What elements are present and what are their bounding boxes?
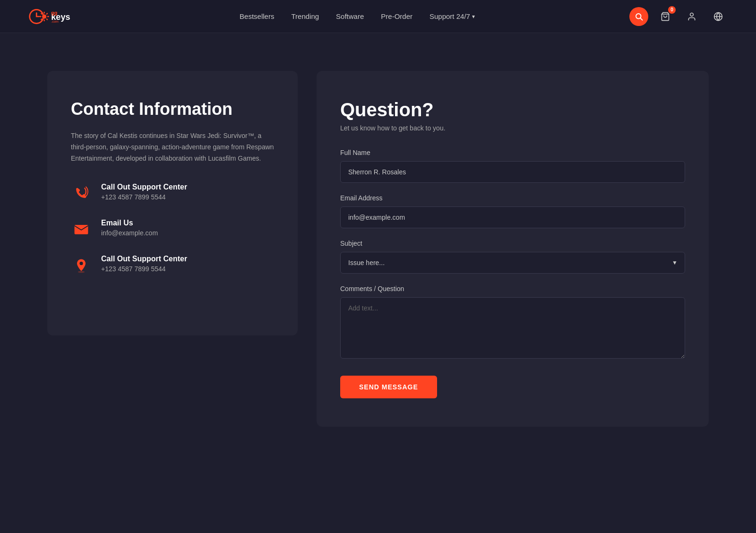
svg-text:gg: gg (51, 10, 57, 16)
email-label: Email Address (340, 194, 685, 202)
form-card: Question? Let us know how to get back to… (317, 71, 709, 427)
email-input[interactable] (340, 206, 685, 228)
search-button[interactable] (629, 7, 648, 26)
nav-bestsellers[interactable]: Bestsellers (240, 12, 274, 20)
contact-location-item: Call Out Support Center +123 4587 7899 5… (71, 255, 274, 275)
contact-phone-title: Call Out Support Center (101, 183, 187, 191)
contact-description: The story of Cal Kestis continues in Sta… (71, 130, 274, 164)
subject-label: Subject (340, 240, 685, 247)
nav-trending[interactable]: Trending (291, 12, 319, 20)
email-group: Email Address (340, 194, 685, 228)
chevron-down-icon: ▾ (472, 13, 475, 20)
contact-location-details: Call Out Support Center +123 4587 7899 5… (101, 255, 187, 273)
nav-software[interactable]: Software (336, 12, 364, 20)
contact-email-detail: info@example.com (101, 229, 158, 237)
main-content: Contact Information The story of Cal Kes… (0, 33, 756, 464)
phone-icon (71, 183, 92, 204)
globe-icon (713, 12, 723, 21)
comments-label: Comments / Question (340, 285, 685, 292)
form-subtitle: Let us know how to get back to you. (340, 124, 685, 132)
user-icon (687, 12, 696, 21)
nav-support[interactable]: Support 24/7 ▾ (430, 12, 475, 20)
svg-point-12 (79, 262, 83, 265)
subject-select[interactable]: Issue here... Technical Issue Billing Ge… (340, 252, 685, 274)
header: keys gg .com Bestsellers Trending Softwa… (0, 0, 756, 33)
cart-badge: 0 (668, 6, 676, 14)
nav-support-label[interactable]: Support 24/7 (430, 12, 470, 20)
contact-email-details: Email Us info@example.com (101, 219, 158, 237)
nav-preorder[interactable]: Pre-Order (381, 12, 412, 20)
contact-location-title: Call Out Support Center (101, 255, 187, 263)
contact-phone-detail: +123 4587 7899 5544 (101, 193, 187, 201)
comments-textarea[interactable] (340, 297, 685, 359)
comments-group: Comments / Question (340, 285, 685, 361)
location-icon (71, 255, 92, 275)
contact-phone-details: Call Out Support Center +123 4587 7899 5… (101, 183, 187, 201)
user-button[interactable] (682, 7, 701, 26)
send-message-button[interactable]: SEND MESSAGE (340, 376, 437, 398)
search-icon (635, 12, 643, 21)
svg-line-6 (640, 18, 642, 20)
full-name-group: Full Name (340, 149, 685, 183)
contact-card: Contact Information The story of Cal Kes… (47, 71, 298, 335)
logo[interactable]: keys gg .com (28, 7, 85, 26)
svg-point-8 (690, 13, 694, 16)
full-name-input[interactable] (340, 161, 685, 183)
contact-email-item: Email Us info@example.com (71, 219, 274, 240)
header-actions: 0 (629, 7, 728, 26)
form-title: Question? (340, 99, 685, 120)
cart-icon (661, 12, 670, 21)
svg-point-1 (42, 14, 46, 18)
contact-title: Contact Information (71, 99, 274, 119)
contact-phone-item: Call Out Support Center +123 4587 7899 5… (71, 183, 274, 204)
svg-text:.com: .com (51, 19, 59, 23)
svg-point-13 (78, 271, 85, 273)
subject-group: Subject Issue here... Technical Issue Bi… (340, 240, 685, 274)
contact-location-detail: +123 4587 7899 5544 (101, 265, 187, 273)
main-nav: Bestsellers Trending Software Pre-Order … (240, 12, 475, 20)
contact-email-title: Email Us (101, 219, 158, 227)
subject-select-wrapper: Issue here... Technical Issue Billing Ge… (340, 252, 685, 274)
language-button[interactable] (709, 7, 728, 26)
full-name-label: Full Name (340, 149, 685, 156)
email-icon (71, 219, 92, 240)
cart-button[interactable]: 0 (656, 7, 675, 26)
